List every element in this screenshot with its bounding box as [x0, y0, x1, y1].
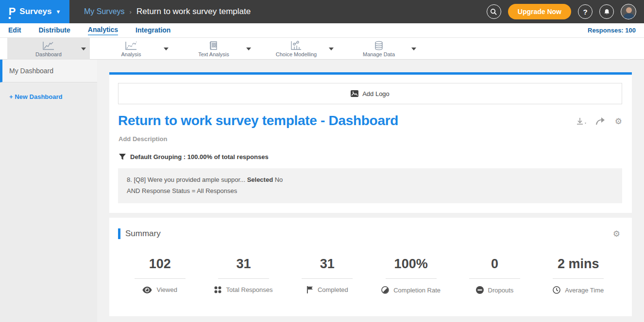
stat-value: 2 mins — [558, 257, 599, 272]
filter-condition-1: 8. [Q8] Were you provided ample suppor..… — [127, 174, 613, 185]
summary-accent-bar — [118, 228, 120, 239]
breadcrumb-my-surveys[interactable]: My Surveys — [84, 7, 125, 16]
top-header: P Surveys ▼ My Surveys › Return to work … — [0, 0, 644, 23]
trend-chart-icon — [125, 41, 137, 50]
dashboard-content: Add Logo Return to work survey template … — [97, 60, 644, 322]
brand-icon: P — [9, 6, 16, 17]
toolbar-analysis[interactable]: Analysis — [90, 38, 172, 60]
toolbar-choice-modelling[interactable]: Choice Modelling — [255, 38, 338, 60]
toolbar-manage-data[interactable]: Manage Data — [338, 38, 420, 60]
dashboard-title[interactable]: Return to work survey template - Dashboa… — [118, 113, 398, 129]
stat-label: Completion Rate — [393, 287, 441, 294]
tab-analytics[interactable]: Analytics — [88, 26, 118, 35]
header-actions: Upgrade Now ? — [487, 4, 644, 19]
stat-completed: 31 Completed — [286, 257, 369, 294]
summary-title: Summary — [125, 229, 161, 239]
half-circle-icon — [381, 286, 389, 294]
tab-distribute[interactable]: Distribute — [38, 26, 70, 35]
toolbar-dashboard[interactable]: Dashboard — [7, 38, 90, 60]
toolbar-text-analysis[interactable]: Text Analysis — [172, 38, 255, 60]
stat-dropouts: 0 Dropouts — [453, 257, 536, 294]
tab-integration[interactable]: Integration — [136, 26, 170, 35]
flag-icon — [306, 286, 313, 293]
sidebar-item-my-dashboard[interactable]: My Dashboard — [0, 60, 97, 82]
database-icon — [374, 41, 384, 50]
share-icon[interactable] — [595, 117, 606, 126]
summary-card: Summary ⚙ 102 Viewed 31 — [109, 218, 632, 316]
new-dashboard-button[interactable]: + New Dashboard — [0, 82, 97, 100]
chevron-down-icon[interactable] — [411, 48, 416, 50]
survey-nav: Edit Distribute Analytics Integration Re… — [0, 23, 644, 38]
download-icon[interactable] — [576, 117, 587, 126]
app-logo[interactable]: P Surveys ▼ — [0, 0, 69, 23]
stat-label: Completed — [318, 286, 348, 293]
add-description-button[interactable]: Add Description — [119, 135, 622, 143]
stat-value: 0 — [491, 257, 498, 272]
responses-count[interactable]: Responses: 100 — [588, 27, 636, 34]
chevron-down-icon[interactable] — [81, 48, 86, 50]
summary-settings-gear-icon[interactable]: ⚙ — [613, 230, 620, 238]
user-avatar[interactable] — [621, 4, 636, 19]
breadcrumb-current: Return to work survey template — [136, 7, 251, 16]
filter-funnel-icon — [119, 154, 126, 161]
stat-completion-rate: 100% Completion Rate — [369, 257, 453, 294]
analytics-toolbar: Dashboard Analysis Text Analysis Choice … — [0, 38, 644, 60]
stat-value: 31 — [236, 257, 251, 272]
breadcrumb: My Surveys › Return to work survey templ… — [84, 7, 251, 16]
document-icon — [209, 41, 219, 50]
line-chart-icon — [42, 41, 55, 50]
help-icon[interactable]: ? — [578, 4, 593, 19]
chevron-down-icon[interactable] — [329, 48, 334, 50]
stat-total-responses: 31 Total Responses — [202, 257, 285, 294]
stat-average-time: 2 mins Average Time — [537, 257, 620, 294]
eye-icon — [142, 287, 152, 293]
settings-gear-icon[interactable]: ⚙ — [615, 117, 622, 126]
add-logo-button[interactable]: Add Logo — [118, 83, 622, 104]
stat-viewed: 102 Viewed — [118, 257, 202, 294]
chevron-down-icon[interactable]: ▼ — [55, 9, 61, 15]
filter-conditions-box: 8. [Q8] Were you provided ample suppor..… — [118, 168, 622, 203]
stat-value: 31 — [320, 257, 335, 272]
stat-label: Viewed — [156, 286, 177, 293]
search-icon[interactable] — [487, 4, 501, 19]
app-name: Surveys — [19, 7, 51, 16]
notifications-bell-icon[interactable] — [599, 4, 614, 19]
filter-condition-2: AND Response Status = All Responses — [127, 185, 613, 196]
chevron-down-icon[interactable] — [164, 48, 169, 50]
stat-value: 100% — [394, 257, 428, 272]
breadcrumb-separator: › — [130, 8, 132, 16]
upgrade-now-button[interactable]: Upgrade Now — [508, 4, 571, 19]
scatter-chart-icon — [290, 41, 302, 50]
clock-icon — [553, 286, 560, 294]
stat-label: Total Responses — [226, 286, 272, 293]
stat-label: Dropouts — [488, 287, 514, 294]
stat-label: Average Time — [565, 287, 604, 294]
image-icon — [351, 90, 358, 97]
summary-stats: 102 Viewed 31 — [118, 257, 620, 294]
dots-grid-icon — [214, 286, 221, 293]
default-grouping-label[interactable]: Default Grouping : 100.00% of total resp… — [130, 153, 269, 161]
stat-value: 102 — [149, 257, 171, 272]
minus-circle-icon — [476, 286, 484, 294]
dashboard-sidebar: My Dashboard + New Dashboard — [0, 60, 97, 322]
chevron-down-icon[interactable] — [246, 48, 251, 50]
tab-edit[interactable]: Edit — [8, 26, 21, 35]
dashboard-header-card: Add Logo Return to work survey template … — [109, 72, 632, 213]
